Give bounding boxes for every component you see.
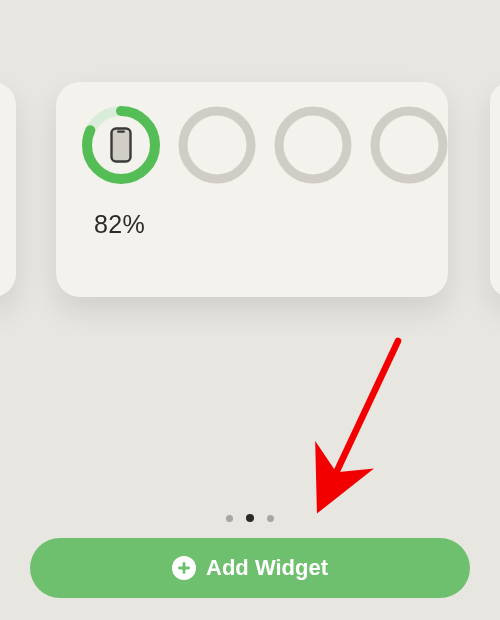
plus-circle-icon bbox=[172, 556, 196, 580]
svg-line-9 bbox=[328, 341, 398, 490]
batteries-widget-preview[interactable]: 82% bbox=[56, 82, 448, 297]
page-indicator[interactable] bbox=[226, 514, 274, 522]
svg-rect-2 bbox=[112, 129, 131, 162]
svg-point-5 bbox=[279, 111, 347, 179]
empty-battery-ring-1 bbox=[176, 104, 258, 186]
page-dot-2[interactable] bbox=[246, 514, 254, 522]
battery-percent-label: 82% bbox=[94, 210, 428, 239]
svg-rect-8 bbox=[178, 567, 190, 570]
add-widget-label: Add Widget bbox=[206, 555, 328, 581]
empty-battery-ring-3 bbox=[368, 104, 450, 186]
svg-rect-3 bbox=[117, 130, 125, 132]
ring-outline-icon bbox=[272, 104, 354, 186]
phone-icon bbox=[110, 127, 132, 163]
page-dot-3[interactable] bbox=[267, 515, 274, 522]
page-dot-1[interactable] bbox=[226, 515, 233, 522]
widget-preview-next[interactable] bbox=[490, 82, 500, 297]
empty-battery-ring-2 bbox=[272, 104, 354, 186]
svg-point-4 bbox=[183, 111, 251, 179]
device-battery-ring bbox=[80, 104, 162, 186]
widget-preview-prev[interactable] bbox=[0, 82, 16, 297]
battery-ring-row bbox=[80, 104, 428, 186]
annotation-arrow-icon bbox=[303, 335, 423, 519]
add-widget-button[interactable]: Add Widget bbox=[30, 538, 470, 598]
svg-point-6 bbox=[375, 111, 443, 179]
ring-outline-icon bbox=[368, 104, 450, 186]
ring-outline-icon bbox=[176, 104, 258, 186]
